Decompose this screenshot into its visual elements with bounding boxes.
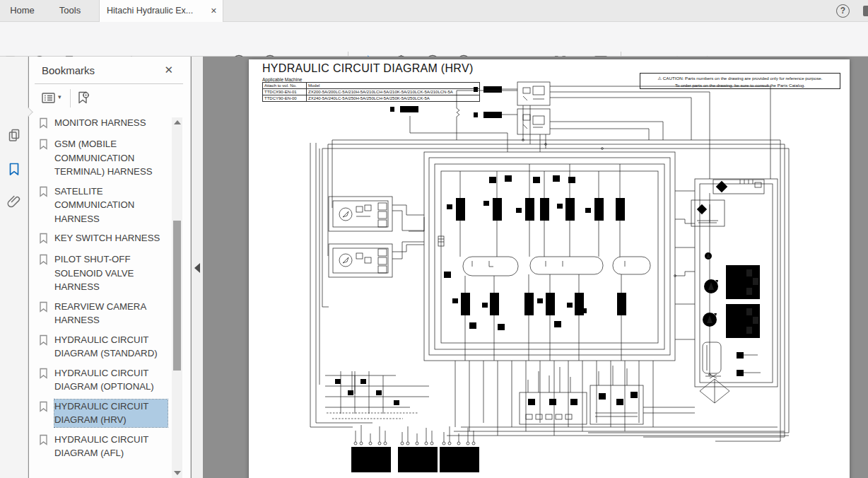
account-icon[interactable] (863, 6, 868, 16)
bookmark-icon (39, 252, 54, 294)
bookmark-item-label: GSM (MOBILE COMMUNICATION TERMINAL) HARN… (54, 137, 168, 179)
tab-document-label: Hitachi Hydraulic Ex... (107, 6, 193, 16)
bookmark-item[interactable]: HYDRAULIC CIRCUIT DIAGRAM (HRV) (39, 400, 172, 427)
bookmarks-icon[interactable] (6, 161, 22, 177)
bookmarks-toolbar: ▾ (29, 88, 190, 109)
panel-scrollbar[interactable] (172, 117, 182, 478)
navigation-rail (0, 57, 28, 478)
page-thumbnails-icon[interactable] (6, 127, 22, 143)
scrollbar-thumb[interactable] (173, 221, 181, 371)
panel-divider (35, 83, 183, 84)
panel-tools-separator (70, 89, 71, 107)
bookmark-icon (39, 116, 54, 132)
bookmark-item-label: HYDRAULIC CIRCUIT DIAGRAM (AFL) (54, 433, 168, 460)
bookmark-icon (39, 433, 54, 460)
document-view[interactable]: HYDRAULIC CIRCUIT DIAGRAM (HRV) Applicab… (203, 57, 868, 478)
tab-tools[interactable]: Tools (45, 0, 95, 22)
bookmark-item[interactable]: HYDRAULIC CIRCUIT DIAGRAM (STANDARD) (39, 333, 172, 361)
bookmark-item[interactable]: HYDRAULIC CIRCUIT DIAGRAM (OPTIONAL) (39, 366, 172, 394)
bookmark-item[interactable]: PILOT SHUT-OFF SOLENOID VALVE HARNESS (39, 252, 172, 294)
bookmark-icon (39, 400, 54, 427)
bookmarks-panel-title: Bookmarks (42, 64, 95, 76)
toolbar: / 15 46.7% ▾ ▾ (0, 22, 868, 57)
pdf-page: HYDRAULIC CIRCUIT DIAGRAM (HRV) Applicab… (249, 59, 850, 478)
tab-close-icon[interactable]: ✕ (211, 0, 217, 21)
panel-collapse-strip (192, 57, 203, 478)
bookmark-item-label: HYDRAULIC CIRCUIT DIAGRAM (STANDARD) (54, 333, 168, 361)
locate-bookmark-icon[interactable] (76, 90, 93, 107)
bookmark-item[interactable]: HYDRAULIC CIRCUIT DIAGRAM (AFL) (39, 433, 172, 460)
bookmark-item-label: HYDRAULIC CIRCUIT DIAGRAM (OPTIONAL) (54, 366, 168, 394)
bookmark-icon (39, 300, 54, 327)
bookmark-item-label: PILOT SHUT-OFF SOLENOID VALVE HARNESS (54, 252, 168, 294)
bookmark-item-label: REARVIEW CAMERA HARNESS (54, 300, 168, 327)
tab-document[interactable]: Hitachi Hydraulic Ex... ✕ (99, 0, 223, 22)
panel-close-icon[interactable]: ✕ (164, 64, 173, 76)
collapse-panel-icon[interactable] (194, 263, 200, 273)
bookmark-icon (39, 137, 54, 179)
bookmark-item[interactable]: SATELLITE COMMUNICATION HARNESS (39, 185, 172, 226)
bookmark-options-caret-icon[interactable]: ▾ (58, 93, 61, 100)
bookmark-item-label: HYDRAULIC CIRCUIT DIAGRAM (HRV) (54, 400, 168, 427)
bookmark-list: MONITOR HARNESSGSM (MOBILE COMMUNICATION… (39, 116, 172, 466)
pdf-reader-window: Home Tools Hitachi Hydraulic Ex... ✕ ? (0, 0, 868, 478)
bookmark-item-label: KEY SWITCH HARNESS (54, 231, 168, 247)
attachments-icon[interactable] (6, 194, 22, 209)
scroll-down-icon[interactable] (174, 471, 181, 475)
bookmark-icon (39, 366, 54, 394)
bookmark-item[interactable]: KEY SWITCH HARNESS (39, 231, 172, 247)
bookmark-item-label: MONITOR HARNESS (54, 116, 168, 132)
circuit-diagram (249, 59, 850, 478)
bookmark-item[interactable]: MONITOR HARNESS (39, 116, 172, 132)
bookmark-icon (39, 231, 54, 247)
help-icon[interactable]: ? (836, 4, 850, 18)
bookmark-item-label: SATELLITE COMMUNICATION HARNESS (54, 185, 168, 226)
bookmark-options-icon[interactable] (40, 90, 57, 107)
bookmark-item[interactable]: REARVIEW CAMERA HARNESS (39, 300, 172, 327)
bookmark-icon (39, 333, 54, 361)
bookmark-item[interactable]: GSM (MOBILE COMMUNICATION TERMINAL) HARN… (39, 137, 172, 179)
tab-home[interactable]: Home (0, 0, 45, 22)
scroll-up-icon[interactable] (174, 120, 181, 124)
bookmarks-panel: Bookmarks ✕ ▾ MONITOR HARNESSGSM (MOBILE… (29, 57, 191, 478)
tab-bar: Home Tools Hitachi Hydraulic Ex... ✕ ? (0, 0, 868, 22)
bookmark-icon (39, 185, 54, 226)
